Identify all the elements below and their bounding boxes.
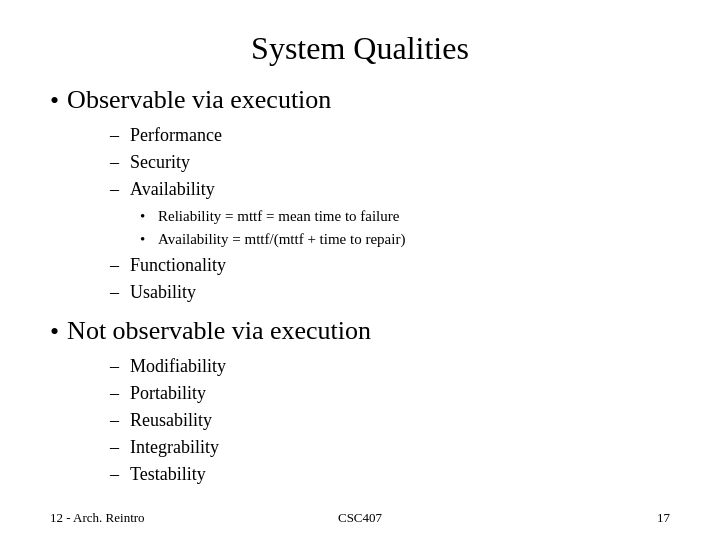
performance-label: Performance <box>130 122 222 149</box>
availability-label: Availability <box>130 176 215 203</box>
bullet-observable: • Observable via execution <box>50 85 670 116</box>
bullet-dot-1: • <box>50 85 59 116</box>
list-item: – Testability <box>110 461 670 488</box>
reusability-label: Reusability <box>130 407 212 434</box>
bullet-not-observable: • Not observable via execution <box>50 316 670 347</box>
observable-sub-list: – Performance – Security – Availability … <box>110 122 670 306</box>
dash-icon: – <box>110 279 124 306</box>
modifiability-label: Modifiability <box>130 353 226 380</box>
observable-label: Observable via execution <box>67 85 331 115</box>
dash-icon: – <box>110 176 124 203</box>
footer-right: 17 <box>657 510 670 526</box>
not-observable-sub-list: – Modifiability – Portability – Reusabil… <box>110 353 670 488</box>
list-item: • Reliability = mttf = mean time to fail… <box>140 205 670 228</box>
availability-sub-list: • Reliability = mttf = mean time to fail… <box>140 205 670 250</box>
list-item: – Portability <box>110 380 670 407</box>
testability-label: Testability <box>130 461 206 488</box>
list-item: – Functionality <box>110 252 670 279</box>
portability-label: Portability <box>130 380 206 407</box>
dash-icon: – <box>110 252 124 279</box>
list-item: – Usability <box>110 279 670 306</box>
list-item: – Reusability <box>110 407 670 434</box>
footer-left: 12 - Arch. Reintro <box>50 510 145 526</box>
list-item: • Availability = mttf/(mttf + time to re… <box>140 228 670 251</box>
section-observable: • Observable via execution – Performance… <box>50 85 670 306</box>
list-item: – Performance <box>110 122 670 149</box>
small-bullet-icon: • <box>140 205 152 228</box>
usability-label: Usability <box>130 279 196 306</box>
dash-icon: – <box>110 380 124 407</box>
section-not-observable: • Not observable via execution – Modifia… <box>50 316 670 488</box>
list-item: – Integrability <box>110 434 670 461</box>
not-observable-label: Not observable via execution <box>67 316 371 346</box>
small-bullet-icon: • <box>140 228 152 251</box>
slide-title: System Qualities <box>50 30 670 67</box>
dash-icon: – <box>110 122 124 149</box>
dash-icon: – <box>110 434 124 461</box>
dash-icon: – <box>110 149 124 176</box>
slide: System Qualities • Observable via execut… <box>0 0 720 540</box>
list-item: – Security <box>110 149 670 176</box>
dash-icon: – <box>110 407 124 434</box>
footer-center: CSC407 <box>338 510 382 526</box>
dash-icon: – <box>110 353 124 380</box>
integrability-label: Integrability <box>130 434 219 461</box>
dash-icon: – <box>110 461 124 488</box>
list-item: – Modifiability <box>110 353 670 380</box>
availability-formula-label: Availability = mttf/(mttf + time to repa… <box>158 228 405 251</box>
reliability-label: Reliability = mttf = mean time to failur… <box>158 205 399 228</box>
security-label: Security <box>130 149 190 176</box>
functionality-label: Functionality <box>130 252 226 279</box>
list-item: – Availability <box>110 176 670 203</box>
bullet-dot-2: • <box>50 316 59 347</box>
